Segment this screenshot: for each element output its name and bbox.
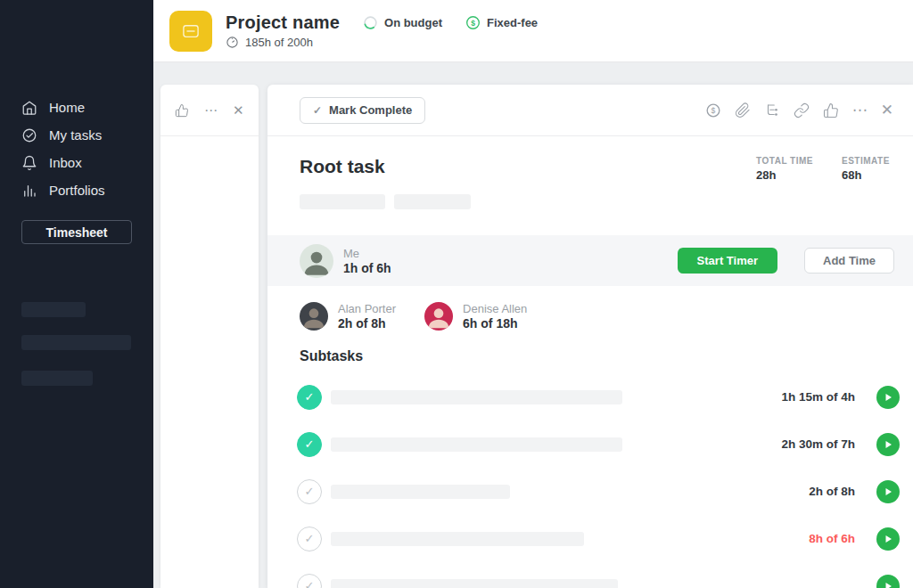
subtasks-heading: Subtasks: [267, 341, 913, 364]
collaborator-time: 6h of 18h: [463, 316, 527, 331]
subtask-time: 2h 30m of 7h: [781, 437, 855, 451]
background-task-pane: ⋯ ✕: [160, 85, 259, 588]
subtask-title-placeholder: [331, 390, 622, 404]
collaborator-name: Alan Porter: [338, 302, 396, 315]
close-icon[interactable]: ✕: [881, 102, 893, 118]
subtask-title-placeholder: [331, 532, 584, 546]
budget-ring-icon: [363, 15, 378, 30]
task-toolbar: ✓ Mark Complete $ ⋯ ✕: [267, 85, 913, 136]
my-time-info: Me 1h of 6h: [343, 247, 391, 275]
project-hours-label: 185h of 200h: [245, 36, 313, 49]
more-icon[interactable]: ⋯: [204, 103, 218, 117]
check-icon: ✓: [313, 104, 322, 117]
budget-status-label: On budget: [384, 16, 442, 29]
subtask-row: ✓: [297, 562, 900, 588]
subtask-row: ✓ 2h of 8h: [297, 468, 900, 515]
budget-status-badge[interactable]: On budget: [363, 15, 442, 30]
sidebar-placeholder-bar: [21, 335, 131, 350]
project-title: Project name: [226, 12, 340, 33]
billing-type-badge[interactable]: $ Fixed-fee: [465, 15, 538, 30]
subtask-title-placeholder: [331, 579, 618, 588]
stat-label: ESTIMATE: [842, 156, 891, 166]
dollar-circle-icon: $: [465, 15, 481, 30]
svg-text:$: $: [471, 19, 475, 28]
timesheet-button[interactable]: Timesheet: [21, 220, 132, 244]
stat-label: TOTAL TIME: [756, 156, 813, 166]
subtask-check-icon[interactable]: ✓: [297, 432, 322, 457]
subtask-row: ✓ 8h of 6h: [297, 515, 900, 562]
project-hours-summary: 185h of 200h: [226, 36, 538, 49]
collaborator: Alan Porter 2h of 8h: [300, 302, 396, 331]
sidebar-placeholder-bar: [21, 302, 86, 317]
collaborator: Denise Allen 6h of 18h: [424, 302, 527, 331]
project-header: Project name On budget $ Fixed-f: [153, 0, 913, 62]
add-time-button[interactable]: Add Time: [804, 248, 894, 274]
subtask-check-icon[interactable]: ✓: [297, 574, 322, 588]
sidebar-item-home[interactable]: Home: [0, 94, 153, 121]
subtask-time: 2h of 8h: [809, 485, 855, 498]
sidebar-nav: Home My tasks Inbox Portfolios: [0, 94, 153, 204]
workspace: ⋯ ✕ ✓ Mark Complete $: [153, 62, 913, 588]
task-title-section: Root task TOTAL TIME 28h ESTIMATE 68h: [267, 136, 913, 182]
check-circle-icon: [21, 127, 37, 143]
toolbar-icons: $ ⋯ ✕: [705, 102, 893, 118]
subtask-list: ✓ 1h 15m of 4h ✓ 2h 30m of 7h ✓: [267, 364, 913, 588]
user-name: Me: [343, 247, 391, 260]
user-time: 1h of 6h: [343, 261, 391, 275]
sidebar: Home My tasks Inbox Portfolios Timesheet: [0, 0, 153, 588]
stat-value: 68h: [842, 168, 891, 182]
total-time-stat: TOTAL TIME 28h: [756, 156, 813, 182]
start-timer-button[interactable]: Start Timer: [678, 248, 777, 274]
thumbs-up-icon[interactable]: [175, 103, 189, 118]
sidebar-item-label: Inbox: [49, 155, 82, 170]
svg-text:$: $: [711, 106, 715, 115]
link-icon[interactable]: [794, 102, 810, 118]
subtask-title-placeholder: [331, 437, 622, 452]
avatar: [300, 302, 328, 331]
placeholder-bar: [394, 194, 471, 209]
stat-value: 28h: [756, 168, 813, 182]
sidebar-item-label: My tasks: [49, 127, 102, 143]
sidebar-placeholder-bar: [21, 371, 93, 386]
subtask-check-icon[interactable]: ✓: [297, 479, 322, 504]
play-timer-button[interactable]: [876, 433, 900, 456]
dollar-circle-icon[interactable]: $: [705, 102, 721, 118]
sidebar-item-portfolios[interactable]: Portfolios: [0, 176, 153, 204]
estimate-stat: ESTIMATE 68h: [842, 156, 891, 182]
subtask-check-icon[interactable]: ✓: [297, 527, 322, 551]
sidebar-item-label: Portfolios: [49, 183, 105, 198]
play-timer-button[interactable]: [876, 575, 900, 588]
project-card-icon[interactable]: [169, 11, 212, 52]
placeholder-bar: [300, 194, 385, 209]
collaborators-row: Alan Porter 2h of 8h Denise Allen 6h of …: [267, 286, 913, 341]
gauge-icon: [226, 36, 239, 49]
subtask-row: ✓ 2h 30m of 7h: [297, 421, 900, 468]
mark-complete-button[interactable]: ✓ Mark Complete: [300, 97, 425, 124]
play-timer-button[interactable]: [876, 480, 900, 503]
subtask-title-placeholder: [331, 485, 510, 499]
subtask-time: 1h 15m of 4h: [781, 390, 855, 404]
thumbs-up-icon[interactable]: [823, 102, 839, 118]
paperclip-icon[interactable]: [735, 102, 751, 118]
subtask-time: 8h of 6h: [809, 532, 855, 545]
billing-type-label: Fixed-fee: [487, 16, 538, 29]
avatar: [300, 244, 333, 278]
background-pane-toolbar: ⋯ ✕: [160, 85, 259, 136]
sidebar-item-inbox[interactable]: Inbox: [0, 149, 153, 176]
time-stats: TOTAL TIME 28h ESTIMATE 68h: [756, 156, 891, 182]
sidebar-item-my-tasks[interactable]: My tasks: [0, 121, 153, 149]
avatar: [424, 302, 453, 331]
description-placeholders: [267, 182, 913, 235]
play-timer-button[interactable]: [876, 527, 900, 551]
close-icon[interactable]: ✕: [233, 103, 244, 117]
play-timer-button[interactable]: [876, 386, 900, 409]
subtasks-icon[interactable]: [764, 102, 780, 118]
my-time-row: Me 1h of 6h Start Timer Add Time: [267, 235, 913, 286]
sidebar-item-label: Home: [49, 100, 85, 115]
subtask-row: ✓ 1h 15m of 4h: [297, 373, 900, 421]
project-header-main: Project name On budget $ Fixed-f: [226, 12, 538, 49]
mark-complete-label: Mark Complete: [329, 103, 412, 117]
subtask-check-icon[interactable]: ✓: [297, 385, 322, 410]
bell-icon: [21, 155, 37, 171]
more-icon[interactable]: ⋯: [852, 102, 868, 118]
